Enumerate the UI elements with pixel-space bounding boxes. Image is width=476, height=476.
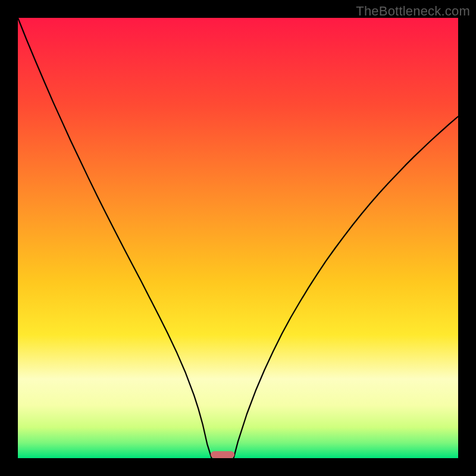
chart-svg [0, 0, 476, 476]
chart-frame: TheBottleneck.com [0, 0, 476, 476]
plot-background [18, 18, 458, 458]
minimum-marker [211, 451, 234, 458]
